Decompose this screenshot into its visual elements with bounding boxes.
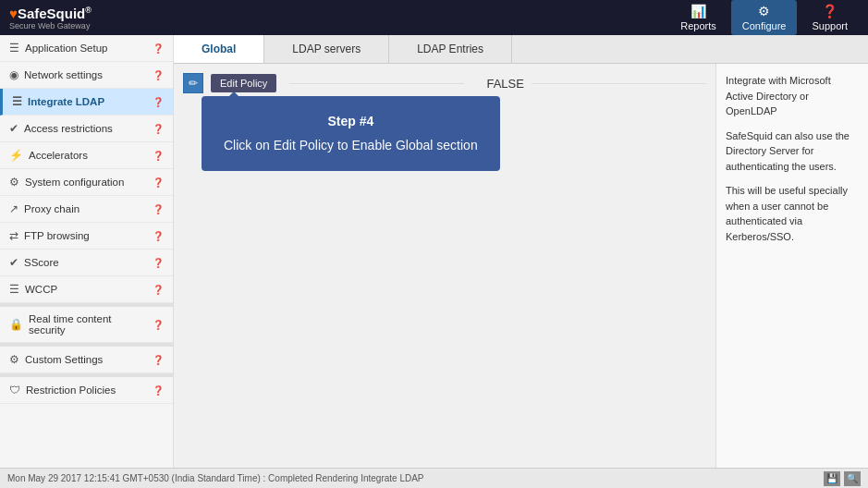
- tab-ldap-servers-label: LDAP servers: [292, 43, 361, 55]
- header: ♥SafeSquid® Secure Web Gateway 📊 Reports…: [0, 0, 868, 35]
- sidebar-item-label: Integrate LDAP: [28, 96, 104, 107]
- body-area: ✏ Edit Policy FALSE Step #4 Click on Edi…: [174, 64, 868, 468]
- logo-text: ♥SafeSquid®: [9, 6, 92, 21]
- sidebar-item-proxy-chain[interactable]: ↗ Proxy chain ❓: [0, 196, 173, 223]
- status-bar: Mon May 29 2017 12:15:41 GMT+0530 (India…: [0, 468, 868, 488]
- main-layout: ☰ Application Setup ❓ ◉ Network settings…: [0, 35, 868, 468]
- reports-icon: 📊: [691, 4, 706, 18]
- nav-buttons: 📊 Reports ⚙ Configure ❓ Support: [669, 0, 859, 35]
- help-icon-5: ❓: [153, 177, 164, 188]
- restriction-icon: 🛡: [9, 384, 20, 396]
- edit-icon-box[interactable]: ✏: [183, 73, 203, 93]
- sidebar-item-label: Restriction Policies: [26, 384, 116, 396]
- logo: ♥SafeSquid® Secure Web Gateway: [9, 6, 92, 30]
- sidebar-item-wccp[interactable]: ☰ WCCP ❓: [0, 276, 173, 303]
- logo-icon: ♥: [9, 6, 18, 21]
- configure-button[interactable]: ⚙ Configure: [731, 0, 798, 35]
- sidebar-item-access-restrictions[interactable]: ✔ Access restrictions ❓: [0, 116, 173, 142]
- edit-policy-label: Edit Policy: [220, 78, 267, 89]
- sscore-icon: ✔: [9, 256, 18, 269]
- support-button[interactable]: ❓ Support: [801, 0, 859, 35]
- tab-ldap-servers[interactable]: LDAP servers: [264, 35, 389, 63]
- sidebar-item-system-configuration[interactable]: ⚙ System configuration ❓: [0, 169, 173, 196]
- help-icon-10: ❓: [153, 320, 164, 330]
- help-icon-0: ❓: [153, 43, 164, 54]
- help-icon-12: ❓: [153, 385, 164, 396]
- access-icon: ✔: [9, 122, 18, 135]
- tab-global[interactable]: Global: [174, 35, 264, 63]
- network-icon: ◉: [9, 68, 18, 81]
- status-icons: 💾 🔍: [824, 471, 861, 486]
- help-icon-4: ❓: [153, 151, 164, 161]
- ldap-icon: ☰: [12, 95, 22, 108]
- sidebar-item-application-setup[interactable]: ☰ Application Setup ❓: [0, 35, 173, 62]
- sidebar-item-label: Custom Settings: [25, 354, 103, 365]
- custom-icon: ⚙: [9, 353, 19, 366]
- sidebar-item-label: Application Setup: [25, 43, 108, 54]
- configure-icon: ⚙: [758, 4, 770, 18]
- sidebar-item-label: Network settings: [24, 69, 103, 80]
- sidebar-item-network-settings[interactable]: ◉ Network settings ❓: [0, 62, 173, 89]
- tab-ldap-entries[interactable]: LDAP Entries: [389, 35, 512, 63]
- proxy-chain-icon: ↗: [9, 202, 18, 215]
- sidebar-item-label: Access restrictions: [24, 123, 113, 134]
- sidebar-item-label: Proxy chain: [24, 203, 79, 214]
- status-icon-btn-2[interactable]: 🔍: [844, 471, 861, 486]
- status-text: Mon May 29 2017 12:15:41 GMT+0530 (India…: [7, 473, 424, 483]
- main-content: ✏ Edit Policy FALSE Step #4 Click on Edi…: [174, 64, 715, 468]
- policy-row: ✏ Edit Policy FALSE: [183, 73, 706, 93]
- right-panel-p2: SafeSquid can also use the Directory Ser…: [726, 128, 859, 175]
- right-panel: Integrate with Microsoft Active Director…: [715, 64, 868, 468]
- help-icon-1: ❓: [153, 70, 164, 80]
- help-icon-11: ❓: [153, 355, 164, 365]
- sidebar-item-label: Accelerators: [29, 150, 88, 161]
- tab-ldap-entries-label: LDAP Entries: [417, 43, 483, 55]
- step-description: Click on Edit Policy to Enable Global se…: [224, 135, 478, 155]
- reports-button[interactable]: 📊 Reports: [669, 0, 727, 35]
- support-icon: ❓: [822, 4, 837, 18]
- wccp-icon: ☰: [9, 283, 19, 296]
- support-label: Support: [812, 20, 848, 31]
- configure-label: Configure: [742, 20, 787, 31]
- step-number: Step #4: [224, 111, 478, 131]
- pencil-icon: ✏: [189, 77, 198, 90]
- sidebar-item-label: FTP browsing: [24, 230, 90, 241]
- right-panel-p3: This will be useful specially when a use…: [726, 183, 859, 244]
- sidebar-item-label: System configuration: [25, 177, 124, 188]
- ftp-icon: ⇄: [9, 229, 18, 242]
- sidebar: ☰ Application Setup ❓ ◉ Network settings…: [0, 35, 174, 468]
- help-icon-7: ❓: [153, 231, 164, 241]
- sidebar-item-accelerators[interactable]: ⚡ Accelerators ❓: [0, 142, 173, 169]
- logo-subtitle: Secure Web Gateway: [9, 21, 92, 30]
- false-value: FALSE: [486, 77, 523, 91]
- sidebar-item-real-time-content[interactable]: 🔒 Real time content security ❓: [0, 307, 173, 343]
- application-setup-icon: ☰: [9, 42, 19, 55]
- help-icon-2: ❓: [153, 97, 164, 107]
- sidebar-item-integrate-ldap[interactable]: ☰ Integrate LDAP ❓: [0, 89, 173, 116]
- reports-label: Reports: [680, 20, 716, 31]
- tabs-bar: Global LDAP servers LDAP Entries: [174, 35, 868, 64]
- status-icon-btn-1[interactable]: 💾: [824, 471, 840, 486]
- sidebar-item-custom-settings[interactable]: ⚙ Custom Settings ❓: [0, 347, 173, 373]
- sidebar-item-ftp-browsing[interactable]: ⇄ FTP browsing ❓: [0, 223, 173, 250]
- help-icon-8: ❓: [153, 258, 164, 268]
- sidebar-item-label: SScore: [24, 257, 59, 268]
- sidebar-item-restriction-policies[interactable]: 🛡 Restriction Policies ❓: [0, 377, 173, 404]
- sidebar-item-label: Real time content security: [29, 313, 147, 336]
- row-divider: [289, 83, 464, 84]
- accelerators-icon: ⚡: [9, 149, 23, 162]
- sidebar-item-sscore[interactable]: ✔ SScore ❓: [0, 250, 173, 276]
- step-tooltip: Step #4 Click on Edit Policy to Enable G…: [202, 96, 500, 171]
- content-wrapper: Global LDAP servers LDAP Entries ✏ Edit …: [174, 35, 868, 468]
- tab-global-label: Global: [202, 43, 236, 55]
- help-icon-6: ❓: [153, 204, 164, 214]
- system-config-icon: ⚙: [9, 176, 19, 189]
- help-icon-9: ❓: [153, 285, 164, 295]
- right-panel-p1: Integrate with Microsoft Active Director…: [726, 73, 859, 119]
- row-divider2: [532, 83, 706, 84]
- help-icon-3: ❓: [153, 124, 164, 134]
- logo-area: ♥SafeSquid® Secure Web Gateway: [9, 6, 92, 30]
- sidebar-item-label: WCCP: [25, 284, 57, 295]
- edit-policy-button[interactable]: Edit Policy: [211, 74, 276, 92]
- realtime-icon: 🔒: [9, 318, 23, 331]
